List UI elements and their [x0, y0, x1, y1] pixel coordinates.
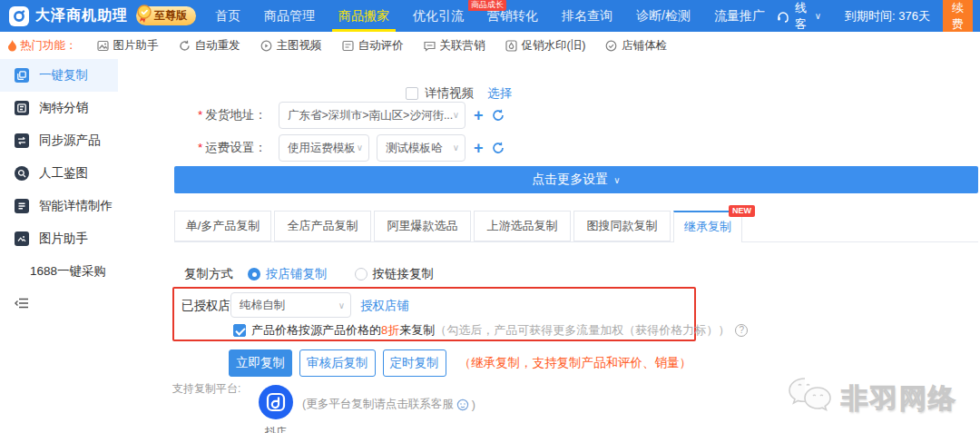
doudian-icon — [259, 407, 293, 422]
detail-video-select-link[interactable]: 选择 — [487, 85, 512, 102]
sidebar-item-taote[interactable]: 淘特分销 — [0, 92, 118, 124]
supported-platforms-label: 支持复制平台: — [172, 381, 240, 397]
nav-item-product-move[interactable]: 商品搬家 — [327, 0, 401, 32]
nav-item-optimize[interactable]: 优化引流 — [401, 0, 475, 32]
tab-inherit-copy[interactable]: 继承复制 NEW — [673, 211, 742, 242]
sidebar-collapse-icon[interactable] — [15, 297, 31, 313]
tab-full-shop-copy[interactable]: 全店产品复制 — [274, 211, 371, 241]
service-face-icon — [456, 399, 469, 411]
sidebar-item-image-helper[interactable]: 图片助手 — [0, 222, 118, 255]
sidebar-item-smart-detail[interactable]: 智能详情制作 — [0, 190, 118, 222]
chevron-down-icon[interactable]: ∨ — [815, 11, 821, 21]
tab-label: 继承复制 — [684, 220, 731, 233]
nav-item-product-manage[interactable]: 商品管理 — [252, 0, 327, 32]
nav-item-home[interactable]: 首页 — [203, 0, 252, 32]
copy-icon — [15, 68, 29, 83]
sidebar-item-label: 同步源产品 — [39, 133, 101, 149]
radio-by-shop[interactable] — [248, 268, 260, 280]
detail-video-checkbox[interactable] — [406, 87, 418, 100]
radio-group-shop[interactable]: 按店铺复制 — [248, 266, 328, 282]
expire-time: 到期时间: 376天 — [845, 8, 930, 25]
toolbar-item-label: 自动评价 — [358, 38, 404, 54]
radio-group-link[interactable]: 按链接复制 — [355, 266, 435, 282]
watermark: 非羽网络 — [787, 377, 957, 420]
lines-icon — [15, 199, 29, 213]
refresh-address-button[interactable] — [492, 103, 505, 131]
main-nav: 首页 商品管理 商品搬家 优化引流 营销转化 商品成长 排名查询 诊断/检测 流… — [203, 0, 777, 32]
chat-icon — [424, 40, 436, 52]
copy-mode-label: 复制方式 — [184, 266, 233, 282]
chevron-down-icon: ∨ — [613, 175, 620, 185]
ship-address-row: *发货地址： 广东省>深圳市>南山区>沙河街... ∨ + — [118, 102, 980, 129]
platform-doudian[interactable]: 抖店 — [259, 385, 293, 433]
nav-item-diagnose[interactable]: 诊断/检测 — [624, 0, 702, 32]
radio-by-link-label: 按链接复制 — [373, 266, 435, 282]
nav-item-ranking[interactable]: 排名查询 — [550, 0, 624, 32]
toolbar-item-label: 主图视频 — [277, 38, 322, 54]
authorized-shop-value: 纯棉自制 — [240, 299, 285, 311]
ship-address-value: 广东省>深圳市>南山区>沙河街... — [288, 109, 453, 122]
radio-by-link[interactable] — [355, 268, 368, 280]
more-platforms-note: (更多平台复制请点击联系客服 ) — [302, 397, 475, 412]
radio-by-shop-label: 按店铺复制 — [266, 266, 328, 282]
sidebar-item-label: 1688一键采购 — [30, 263, 106, 280]
renew-button[interactable]: 续费 — [943, 0, 973, 35]
sync-icon — [15, 133, 29, 148]
toolbar-item-watermark[interactable]: 促销水印(旧) — [505, 38, 586, 54]
app-logo-icon — [9, 6, 29, 26]
nav-item-traffic[interactable]: 流量推广 — [702, 0, 777, 32]
new-badge: NEW — [729, 205, 755, 217]
ship-address-label: *发货地址： — [198, 102, 267, 129]
tab-ali-hot-picks[interactable]: 阿里爆款选品 — [374, 211, 471, 241]
medal-icon — [136, 5, 152, 25]
freight-label: *运费设置： — [198, 134, 267, 162]
nav-item-marketing[interactable]: 营销转化 商品成长 — [475, 0, 550, 32]
chevron-down-icon: ∨ — [453, 135, 459, 161]
authorized-shop-box: 已授权店铺 纯棉自制 ∨ 授权店铺 产品价格按源产品价格的8折来复制（勾选后，产… — [172, 287, 696, 341]
freight-value: 测试模板哈 — [386, 142, 443, 154]
authorized-shop-select[interactable]: 纯棉自制 ∨ — [230, 292, 351, 318]
tab-image-search-copy[interactable]: 图搜同款复制 — [573, 211, 671, 241]
sidebar-item-one-key-copy[interactable]: 一键复制 — [0, 59, 118, 92]
refresh-icon — [179, 40, 191, 52]
chevron-down-icon: ∨ — [453, 103, 459, 128]
refresh-freight-button[interactable] — [492, 136, 505, 163]
sidebar-item-label: 图片助手 — [39, 231, 88, 247]
toolbar-item-auto-review[interactable]: 自动评价 — [342, 38, 404, 54]
copy-now-button[interactable]: 立即复制 — [229, 349, 292, 377]
toolbar-item-shop-checkup[interactable]: 店铺体检 — [605, 38, 667, 54]
freight-template-select[interactable]: 使用运费模板 ∨ — [279, 134, 369, 162]
chevron-down-icon: ∨ — [338, 293, 345, 318]
question-help-icon[interactable]: ? — [735, 324, 748, 337]
discount-highlight: 8折 — [381, 322, 399, 339]
sidebar-item-label: 人工鉴图 — [39, 165, 88, 182]
tab-single-multi-copy[interactable]: 单/多产品复制 — [174, 211, 271, 241]
sidebar-item-1688-purchase[interactable]: 1688一键采购 — [0, 255, 118, 288]
add-freight-button[interactable]: + — [474, 134, 484, 162]
vip-badge: 至尊版 — [136, 6, 196, 25]
sidebar-item-sync-source[interactable]: 同步源产品 — [0, 124, 118, 157]
watermark-text: 非羽网络 — [841, 380, 957, 418]
price-discount-checkbox[interactable] — [233, 324, 246, 337]
toolbar-item-image-helper[interactable]: 图片助手 — [97, 38, 159, 54]
more-settings-bar[interactable]: 点击更多设置 ∨ — [174, 166, 978, 193]
more-settings-label: 点击更多设置 — [532, 172, 608, 188]
toolbar-item-main-video[interactable]: 主图视频 — [260, 38, 322, 54]
toolbar-item-related-marketing[interactable]: 关联营销 — [424, 38, 485, 54]
freight-template-value: 使用运费模板 — [288, 142, 356, 154]
sidebar-item-label: 智能详情制作 — [39, 198, 113, 214]
action-buttons-row: 立即复制 审核后复制 定时复制 （继承复制，支持复制产品和评价、销量） — [229, 349, 691, 377]
freight-value-select[interactable]: 测试模板哈 ∨ — [377, 134, 466, 162]
ship-address-select[interactable]: 广东省>深圳市>南山区>沙河街... ∨ — [279, 102, 466, 129]
scheduled-copy-button[interactable]: 定时复制 — [383, 349, 446, 377]
tab-upstream-copy[interactable]: 上游选品复制 — [474, 211, 571, 241]
price-discount-text: 产品价格按源产品价格的8折来复制（勾选后，产品可获得更多流量加权（获得价格力标）… — [251, 322, 730, 339]
copy-after-review-button[interactable]: 审核后复制 — [299, 349, 376, 377]
toolbar-item-auto-repost[interactable]: 自动重发 — [179, 38, 240, 54]
sidebar-item-manual-check[interactable]: 人工鉴图 — [0, 157, 118, 190]
toolbar-item-label: 店铺体检 — [622, 38, 667, 54]
hot-functions-label: 热门功能： — [7, 38, 77, 54]
authorize-shop-link[interactable]: 授权店铺 — [360, 293, 409, 319]
play-circle-icon — [260, 40, 272, 52]
add-address-button[interactable]: + — [474, 102, 484, 129]
